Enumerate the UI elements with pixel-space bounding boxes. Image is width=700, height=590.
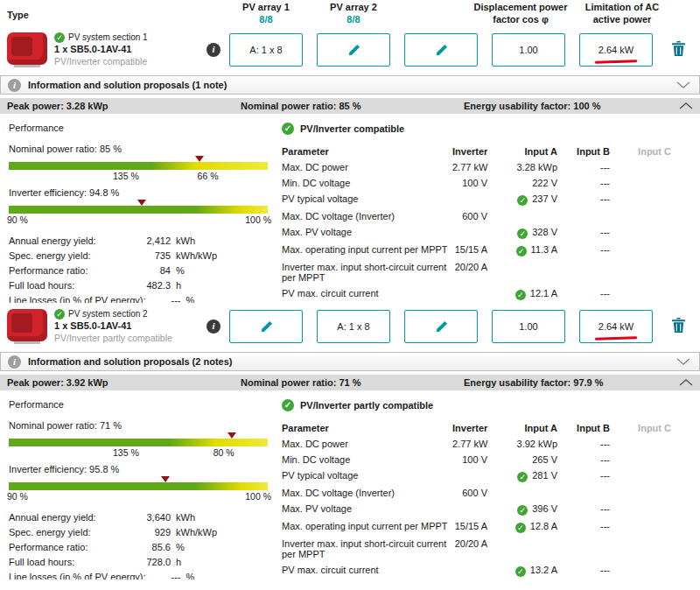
bar-tick: 66 % [198, 171, 219, 181]
nominal-power-ratio-bar: 135 % 80 % [7, 432, 271, 459]
check-icon: ✓ [517, 472, 528, 482]
bar-tick: 90 % [7, 214, 28, 225]
extra-config-edit-button[interactable] [404, 33, 478, 67]
energy-usability-factor: Energy usability factor: 100 % [464, 101, 601, 111]
summary-bar[interactable]: Peak power: 3.92 kWp Nominal power ratio… [0, 375, 700, 390]
cos-phi-button[interactable]: 1.00 [492, 33, 565, 67]
bar-label: Nominal power ratio: 85 % [9, 144, 271, 154]
ac-limit-button[interactable]: 2.64 kW [579, 310, 653, 343]
bar-label: Nominal power ratio: 71 % [9, 420, 271, 431]
performance-stats: Annual energy yield: 2,412 kWh Spec. ene… [7, 233, 271, 303]
pv-array-1-edit-button[interactable] [229, 310, 303, 343]
table-row: Max. DC power 2.77 kW 3.28 kWp --- [282, 159, 696, 175]
bar-tick: 90 % [7, 491, 28, 502]
pv-array-1-config-button[interactable]: A: 1 x 8 [229, 33, 303, 67]
columns-header: Type PV array 1 8/8 PV array 2 8/8 Displ… [0, 0, 700, 26]
target-marker-icon [228, 432, 236, 439]
info-proposals-bar[interactable]: i Information and solution proposals (1 … [0, 75, 700, 95]
pv-array-2-label: PV array 2 [330, 2, 377, 12]
table-row: Min. DC voltage 100 V 265 V --- [282, 452, 696, 467]
stat-row: Full load hours: 728.0 h [7, 554, 271, 569]
col-input-b: Input B [564, 420, 617, 436]
bar-tick: 135 % [113, 447, 139, 458]
info-circle-icon: i [8, 79, 21, 92]
delete-section-button[interactable] [670, 316, 687, 337]
info-proposals-bar[interactable]: i Information and solution proposals (2 … [0, 352, 700, 371]
parameter-table: Parameter Inverter Input A Input B Input… [282, 144, 696, 303]
col-inverter: Inverter [452, 144, 494, 159]
pv-array-2-config-button[interactable]: A: 1 x 8 [317, 310, 390, 343]
pv-system-configuration: Type PV array 1 8/8 PV array 2 8/8 Displ… [0, 0, 700, 590]
device-text: ✓ PV system section 1 1 x SB5.0-1AV-41 P… [54, 32, 148, 67]
table-row: Max. PV voltage ✓328 V --- [282, 224, 696, 242]
table-row: Inverter max. input short-circuit curren… [282, 536, 696, 562]
info-icon[interactable]: i [206, 320, 220, 334]
table-row: Max. operating input current per MPPT 15… [282, 518, 696, 536]
chevron-down-icon[interactable] [676, 81, 690, 88]
pv-array-1-status: 8/8 [229, 14, 303, 26]
bar-tick: 100 % [245, 491, 271, 502]
table-row: Max. DC power 2.77 kW 3.92 kWp --- [282, 436, 696, 452]
ac-limit-button[interactable]: 2.64 kW [579, 33, 653, 67]
table-row: PV typical voltage ✓237 V --- [282, 191, 696, 208]
nominal-power-ratio-bar: 135 % 66 % [7, 156, 271, 182]
col-input-c: Input C [617, 420, 696, 436]
inverter-base [14, 65, 40, 67]
chevron-down-icon[interactable] [676, 358, 690, 365]
trash-icon [672, 41, 685, 56]
section-name: PV system section 2 [68, 309, 148, 320]
inverter-screen [11, 37, 32, 56]
table-row: Max. PV voltage ✓396 V --- [282, 501, 696, 518]
section-2-details: Performance Nominal power ratio: 71 % 13… [0, 390, 700, 579]
col-input-a: Input A [494, 144, 564, 159]
nominal-power-ratio: Nominal power ratio: 71 % [241, 377, 361, 388]
col-input-b: Input B [564, 144, 617, 159]
col-parameter: Parameter [282, 420, 452, 436]
inverter-model: 1 x SB5.0-1AV-41 [54, 44, 148, 55]
inverter-image [7, 32, 47, 67]
performance-panel: Performance Nominal power ratio: 71 % 13… [7, 396, 271, 579]
inverter-base [14, 341, 40, 344]
pv-array-2-edit-button[interactable] [317, 33, 390, 67]
check-icon: ✓ [515, 290, 526, 300]
stat-row: Spec. energy yield: 929 kWh/kWp [7, 524, 271, 539]
pv-array-1-label: PV array 1 [242, 2, 290, 12]
table-row: PV typical voltage ✓281 V --- [282, 467, 696, 485]
trash-icon [672, 318, 685, 333]
target-marker-icon [161, 476, 170, 482]
info-icon[interactable]: i [206, 43, 220, 57]
check-icon: ✓ [282, 399, 294, 411]
summary-bar[interactable]: Peak power: 3.28 kWp Nominal power ratio… [0, 98, 700, 114]
compatibility-status: PV/Inverter compatible [54, 56, 148, 67]
stat-row: Performance ratio: 84 % [7, 263, 271, 277]
bar-tick: 80 % [214, 447, 234, 458]
pv-array-1-column-header: PV array 1 8/8 [229, 2, 303, 26]
table-row: Max. operating input current per MPPT 15… [282, 242, 696, 259]
stat-row: Full load hours: 482.3 h [7, 277, 271, 292]
table-row: Max. DC voltage (Inverter) 600 V [282, 208, 696, 224]
cos-phi-button[interactable]: 1.00 [492, 310, 565, 343]
performance-title: Performance [9, 123, 271, 133]
device-cell: ✓ PV system section 2 1 x SB5.0-1AV-41 P… [7, 309, 206, 344]
col-input-c: Input C [617, 144, 696, 159]
ac-limit-column-header: Limitation of AC active power [574, 2, 670, 26]
stat-row: Line losses (in % of PV energy): --- % [7, 569, 271, 579]
annotation-underline [595, 60, 637, 64]
inverter-model: 1 x SB5.0-1AV-41 [54, 320, 172, 332]
delete-section-button[interactable] [670, 39, 687, 60]
table-row: Max. DC voltage (Inverter) 600 V [282, 485, 696, 501]
check-icon: ✓ [54, 309, 65, 320]
chevron-up-icon[interactable] [679, 102, 693, 109]
stat-row: Line losses (in % of PV energy): --- % [7, 292, 271, 303]
pencil-icon [260, 320, 273, 334]
chevron-up-icon[interactable] [679, 379, 693, 386]
check-icon: ✓ [517, 228, 528, 239]
pv-array-2-status: 8/8 [317, 14, 390, 26]
compatibility-title: ✓ PV/Inverter partly compatible [282, 399, 696, 411]
col-input-a: Input A [494, 420, 564, 436]
device-cell: ✓ PV system section 1 1 x SB5.0-1AV-41 P… [7, 32, 206, 67]
info-circle-icon: i [8, 355, 21, 369]
energy-usability-factor: Energy usability factor: 97.9 % [464, 377, 604, 388]
extra-config-edit-button[interactable] [404, 310, 478, 343]
check-icon: ✓ [282, 123, 294, 135]
